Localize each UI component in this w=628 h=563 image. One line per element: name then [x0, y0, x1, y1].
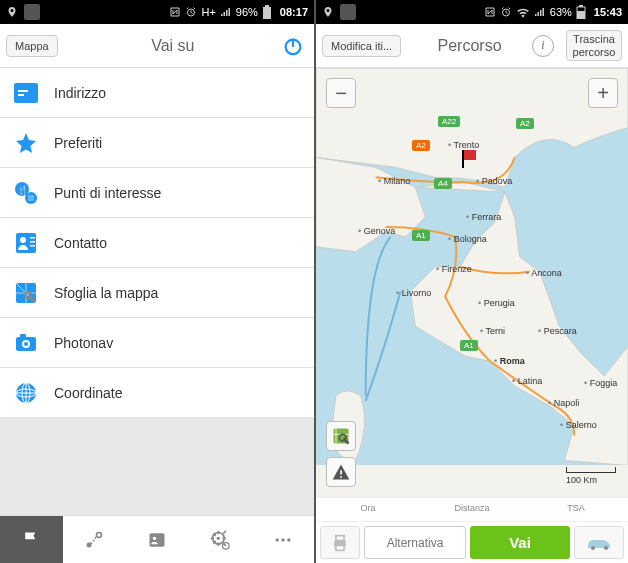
city-label: • Ferrara: [466, 212, 501, 222]
info-button[interactable]: i: [532, 35, 554, 57]
svg-rect-46: [336, 545, 344, 550]
city-label: • Padova: [476, 176, 512, 186]
route-stats: Ora Distanza TSA: [316, 497, 628, 521]
status-bar: 63% 15:43: [316, 0, 628, 24]
action-bar: Alternativa Vai: [316, 521, 628, 563]
city-label: • Milano: [378, 176, 410, 186]
svg-point-31: [222, 542, 229, 549]
power-icon[interactable]: [282, 35, 304, 57]
net-label: H+: [201, 6, 215, 18]
menu-label: Punti di interesse: [54, 185, 161, 201]
zoom-in-button[interactable]: +: [588, 78, 618, 108]
svg-rect-37: [577, 11, 585, 19]
svg-rect-10: [28, 195, 34, 201]
clock: 15:43: [594, 6, 622, 18]
edit-route-button[interactable]: Modifica iti...: [322, 35, 401, 57]
road-badge: A2: [516, 118, 534, 129]
city-label: • Napoli: [548, 398, 579, 408]
go-button[interactable]: Vai: [470, 526, 570, 559]
address-icon: [14, 81, 38, 105]
svg-rect-15: [30, 245, 35, 247]
svg-rect-13: [30, 237, 35, 239]
status-bar: H+ 96% 08:17: [0, 0, 314, 24]
tab-contact[interactable]: [126, 516, 189, 563]
menu-item-poi[interactable]: 🍴 Punti di interesse: [0, 168, 314, 218]
city-label: • Perugia: [478, 298, 515, 308]
vehicle-button[interactable]: [574, 526, 624, 559]
menu-item-photonav[interactable]: Photonav: [0, 318, 314, 368]
menu-item-address[interactable]: Indirizzo: [0, 68, 314, 118]
alerts-button[interactable]: [326, 457, 356, 487]
map-button[interactable]: Mappa: [6, 35, 58, 57]
svg-rect-5: [18, 90, 28, 92]
alternative-button[interactable]: Alternativa: [364, 526, 466, 559]
map-toolbox: [326, 421, 356, 487]
map-area[interactable]: − + • Milano• Trento• Padova• Genova• Fe…: [316, 68, 628, 497]
city-label: • Livorno: [396, 288, 431, 298]
battery-pct: 96%: [236, 6, 258, 18]
svg-rect-6: [18, 94, 24, 96]
menu-label: Sfoglia la mappa: [54, 285, 158, 301]
poi-icon: 🍴: [14, 181, 38, 205]
layers-button[interactable]: [326, 421, 356, 451]
menu-item-contact[interactable]: Contatto: [0, 218, 314, 268]
tab-more[interactable]: [251, 516, 314, 563]
battery-icon: [576, 5, 586, 19]
battery-icon: [262, 5, 272, 19]
stat-tsa: TSA: [524, 498, 628, 521]
svg-point-21: [24, 342, 28, 346]
destination-flag[interactable]: [462, 150, 464, 168]
menu-item-browse-map[interactable]: Sfoglia la mappa: [0, 268, 314, 318]
zoom-out-button[interactable]: −: [326, 78, 356, 108]
header-title: Vai su: [64, 37, 282, 55]
header: Mappa Vai su: [0, 24, 314, 68]
city-label: • Salerno: [560, 420, 597, 430]
city-label: • Roma: [494, 356, 525, 366]
alarm-icon: [185, 6, 197, 18]
city-label: • Firenze: [436, 264, 472, 274]
city-label: • Foggia: [584, 378, 617, 388]
menu-item-favorites[interactable]: Preferiti: [0, 118, 314, 168]
svg-rect-19: [20, 334, 26, 338]
svg-rect-38: [579, 5, 583, 7]
svg-point-28: [153, 536, 156, 539]
svg-point-12: [20, 237, 26, 243]
svg-rect-43: [340, 476, 342, 478]
app-icon: [340, 4, 356, 20]
browse-map-icon: [14, 281, 38, 305]
wifi-icon: [516, 6, 530, 18]
road-badge: A1: [460, 340, 478, 351]
tab-flag[interactable]: [0, 516, 63, 563]
nfc-icon: [484, 6, 496, 18]
tab-route[interactable]: [63, 516, 126, 563]
svg-rect-4: [14, 83, 38, 103]
phone-left: H+ 96% 08:17 Mappa Vai su Indirizzo Pref…: [0, 0, 314, 563]
location-icon: [322, 6, 334, 18]
svg-rect-2: [265, 5, 269, 7]
svg-point-34: [287, 538, 290, 541]
alarm-icon: [500, 6, 512, 18]
map-scale: 100 Km: [566, 467, 616, 485]
menu-item-coordinates[interactable]: Coordinate: [0, 368, 314, 418]
svg-rect-14: [30, 241, 35, 243]
tab-settings[interactable]: [188, 516, 251, 563]
print-button[interactable]: [320, 526, 360, 559]
city-label: • Pescara: [538, 326, 577, 336]
menu-label: Coordinate: [54, 385, 123, 401]
nfc-icon: [169, 6, 181, 18]
svg-point-47: [591, 546, 595, 550]
app-icon: [24, 4, 40, 20]
drag-route-button[interactable]: Trascina percorso: [566, 30, 622, 60]
star-icon: [14, 131, 38, 155]
svg-point-26: [97, 532, 102, 537]
city-label: • Bologna: [448, 234, 487, 244]
svg-rect-45: [336, 535, 344, 540]
menu-label: Photonav: [54, 335, 113, 351]
svg-rect-1: [263, 7, 271, 19]
menu-list: Indirizzo Preferiti 🍴 Punti di interesse…: [0, 68, 314, 515]
menu-label: Indirizzo: [54, 85, 106, 101]
svg-point-48: [604, 546, 608, 550]
stat-time: Ora: [316, 498, 420, 521]
bottom-bar: [0, 515, 314, 563]
svg-point-32: [275, 538, 278, 541]
